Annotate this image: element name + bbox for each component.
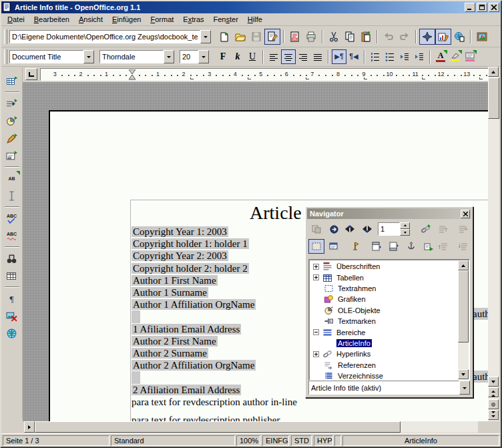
scroll-down-icon[interactable] (488, 377, 499, 387)
minimize-button[interactable] (465, 3, 475, 12)
expand-icon[interactable] (313, 264, 319, 270)
status-zoom[interactable]: 100% (236, 435, 260, 446)
align-left-icon[interactable] (266, 49, 281, 64)
anchor-text-icon[interactable] (403, 239, 419, 254)
drag-mode-icon[interactable] (421, 239, 437, 254)
status-hyperlink-mode[interactable]: HYP (314, 435, 333, 446)
toolbar-grip[interactable] (4, 49, 7, 64)
content-view-icon[interactable] (326, 239, 342, 254)
navigation-icon[interactable] (326, 222, 342, 236)
maximize-button[interactable] (477, 3, 487, 12)
navigator-document-input[interactable] (309, 381, 459, 394)
data-sources-icon[interactable] (3, 268, 21, 284)
spellcheck-icon[interactable]: ABC (3, 210, 21, 226)
style-dropdown-button[interactable] (83, 50, 94, 63)
align-center-icon[interactable] (281, 49, 296, 64)
tree-scroll-thumb[interactable] (458, 270, 469, 343)
menu-bearbeiten[interactable]: Bearbeiten (29, 14, 74, 25)
italic-icon[interactable]: k (230, 49, 245, 64)
print-icon[interactable] (303, 29, 319, 45)
auto-spellcheck-icon[interactable]: ABC (3, 228, 21, 244)
export-pdf-icon[interactable] (287, 29, 303, 45)
titlebar[interactable]: Article Info title - OpenOffice.org 1.1 (1, 1, 501, 13)
status-insert-mode[interactable]: EINFG (262, 435, 289, 446)
status-section[interactable]: ArticleInfo (342, 435, 499, 446)
scroll-up-icon[interactable] (488, 67, 499, 77)
nonprinting-characters-icon[interactable]: ¶ (3, 290, 21, 306)
font-dropdown-button[interactable] (164, 50, 174, 63)
paragraph-style-input[interactable] (10, 51, 83, 63)
font-size-input[interactable] (180, 51, 198, 63)
autotext-icon[interactable]: AB (3, 170, 21, 186)
nav-tree-item[interactable]: OLE-Objekte (309, 305, 457, 316)
next-page-icon[interactable] (488, 410, 499, 420)
close-button[interactable] (489, 3, 499, 12)
bullet-list-icon[interactable] (383, 49, 397, 64)
gallery-icon[interactable] (474, 29, 490, 45)
tree-scroll-down-icon[interactable] (458, 369, 469, 379)
set-reminder-icon[interactable] (347, 239, 363, 254)
form-functions-icon[interactable] (3, 148, 21, 164)
promote-level-icon[interactable] (435, 222, 451, 236)
previous-page-icon[interactable] (488, 387, 499, 397)
url-input[interactable] (10, 31, 200, 43)
previous-object-icon[interactable] (342, 222, 358, 236)
tab-type-selector[interactable] (25, 68, 37, 80)
menu-format[interactable]: Format (146, 14, 178, 25)
spin-up-button[interactable] (400, 222, 410, 229)
menu-extras[interactable]: Extras (178, 14, 208, 25)
nav-tree-item[interactable]: Überschriften (309, 261, 457, 272)
status-page-style[interactable]: Standard (111, 435, 235, 446)
nav-tree-item[interactable]: Verzeichnisse (309, 371, 457, 381)
save-icon[interactable] (248, 29, 264, 45)
menu-hilfe[interactable]: Hilfe (243, 14, 267, 25)
navigator-close-icon[interactable] (461, 210, 470, 218)
toolbar-grip[interactable] (4, 29, 7, 44)
hyperlink-dialog-icon[interactable] (451, 29, 467, 45)
menu-fenster[interactable]: Fenster (209, 14, 243, 25)
footer-toggle-icon[interactable] (386, 239, 402, 254)
indent-marker[interactable] (129, 69, 136, 81)
toggle-master-view-icon[interactable] (308, 222, 324, 236)
spin-down-button[interactable] (400, 229, 410, 236)
next-object-icon[interactable] (359, 222, 375, 236)
navigator-titlebar[interactable]: Navigator (307, 208, 471, 219)
navigator-document-dropdown[interactable] (459, 381, 470, 395)
nav-tree-item[interactable]: Tabellen (309, 272, 457, 282)
graphics-on-off-icon[interactable] (3, 308, 21, 324)
navigation-dot-icon[interactable] (488, 399, 499, 409)
demote-chapter-icon[interactable] (455, 239, 471, 254)
menu-einfuegen[interactable]: Einfügen (107, 14, 146, 25)
nav-tree-item[interactable]: Textmarken (309, 316, 457, 326)
menu-ansicht[interactable]: Ansicht (74, 14, 107, 25)
stylist-toggle-icon[interactable] (435, 29, 451, 45)
vertical-scroll-thumb[interactable] (488, 77, 499, 119)
nav-tree-item[interactable]: Hyperlinks (309, 349, 457, 359)
size-dropdown-button[interactable] (198, 50, 209, 63)
demote-level-icon[interactable] (455, 222, 471, 236)
scroll-right-icon[interactable] (24, 421, 35, 433)
font-color-icon[interactable]: A (433, 49, 448, 64)
tree-scroll-up-icon[interactable] (458, 260, 469, 270)
nav-tree-item[interactable]: Textrahmen (309, 283, 457, 294)
horizontal-scroll-thumb[interactable] (35, 421, 401, 433)
expand-icon[interactable] (313, 351, 319, 357)
nav-tree-item[interactable]: ArticleInfo (309, 338, 457, 349)
paste-icon[interactable] (358, 29, 374, 45)
insert-icon[interactable] (3, 95, 21, 111)
cut-icon[interactable] (326, 29, 342, 45)
drag-mode-hyperlink-icon[interactable] (418, 222, 434, 236)
list-box-toggle-icon[interactable] (308, 239, 324, 254)
find-replace-icon[interactable] (3, 250, 21, 266)
horizontal-ruler[interactable]: 3211234567891011121314 (40, 68, 489, 81)
nav-tree-item[interactable]: Referenzen (309, 360, 457, 371)
increase-indent-icon[interactable] (412, 49, 427, 64)
underline-icon[interactable]: U (245, 49, 260, 64)
insert-table-icon[interactable] (3, 73, 21, 89)
align-right-icon[interactable] (296, 49, 310, 64)
right-to-left-icon[interactable]: ¶◀ (346, 49, 361, 64)
redo-icon[interactable] (397, 29, 413, 45)
font-name-input[interactable] (100, 51, 163, 63)
numbered-list-icon[interactable] (368, 49, 383, 64)
paragraph-background-icon[interactable] (463, 49, 477, 64)
